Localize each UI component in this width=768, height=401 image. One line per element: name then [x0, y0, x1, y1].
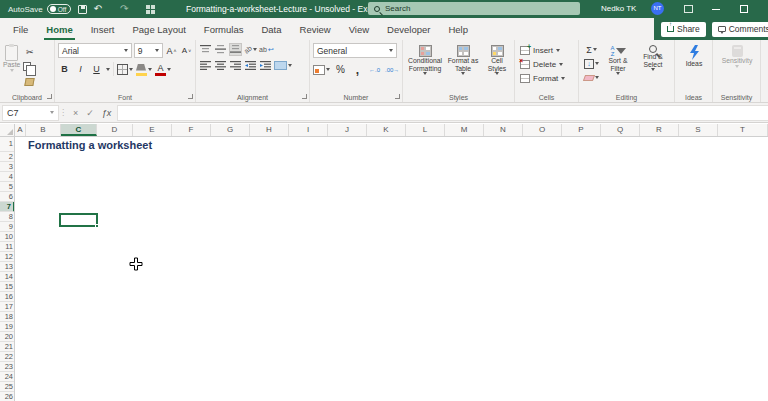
grow-font-button[interactable]: A˄ [165, 44, 178, 57]
select-all-corner[interactable] [0, 124, 15, 136]
row-header-17[interactable]: 17 [0, 302, 15, 312]
share-button[interactable]: Share [661, 22, 706, 37]
increase-indent-button[interactable] [259, 59, 272, 72]
row-header-21[interactable]: 21 [0, 342, 15, 352]
column-header-q[interactable]: Q [601, 124, 640, 136]
enter-button[interactable]: ✓ [86, 108, 94, 118]
top-align-button[interactable] [199, 43, 212, 56]
decrease-indent-button[interactable] [244, 59, 257, 72]
column-header-d[interactable]: D [97, 124, 133, 136]
align-right-button[interactable] [229, 59, 242, 72]
grid-canvas[interactable]: Formatting a worksheet [15, 137, 768, 401]
selected-cell-c7[interactable] [59, 213, 98, 227]
align-left-button[interactable] [199, 59, 212, 72]
column-header-e[interactable]: E [133, 124, 172, 136]
search-box[interactable]: Search [368, 2, 580, 15]
fill-handle[interactable] [95, 224, 99, 228]
font-name-combo[interactable]: Arial [58, 43, 132, 58]
column-header-s[interactable]: S [679, 124, 718, 136]
cut-button[interactable]: ✂ [23, 45, 36, 58]
tab-file[interactable]: File [4, 20, 37, 40]
fill-color-button[interactable] [136, 63, 152, 76]
column-header-f[interactable]: F [172, 124, 211, 136]
number-format-combo[interactable]: General [313, 43, 397, 58]
grid-icon[interactable] [146, 5, 155, 14]
column-header-n[interactable]: N [484, 124, 523, 136]
conditional-formatting-button[interactable]: Conditional Formatting [406, 43, 444, 75]
bold-button[interactable]: B [58, 63, 71, 76]
undo-button[interactable]: ↶ [94, 0, 102, 18]
column-header-t[interactable]: T [718, 124, 768, 136]
format-cells-button[interactable]: Format [520, 71, 576, 85]
row-header-18[interactable]: 18 [0, 312, 15, 322]
autosave-switch[interactable]: Off [47, 4, 71, 14]
clear-button[interactable] [584, 71, 599, 84]
tab-home[interactable]: Home [37, 20, 81, 40]
save-icon[interactable] [78, 5, 87, 14]
cell-styles-button[interactable]: Cell Styles [482, 43, 512, 75]
column-header-a[interactable]: A [15, 124, 26, 136]
tab-formulas[interactable]: Formulas [195, 20, 253, 40]
number-dialog-launcher[interactable] [395, 94, 400, 99]
column-header-i[interactable]: I [289, 124, 328, 136]
column-header-j[interactable]: J [328, 124, 367, 136]
row-header-26[interactable]: 26 [0, 392, 15, 401]
row-header-25[interactable]: 25 [0, 382, 15, 392]
row-header-24[interactable]: 24 [0, 372, 15, 382]
decrease-decimal-button[interactable]: .00→ [385, 63, 399, 76]
accounting-format-button[interactable] [313, 63, 330, 76]
ideas-button[interactable]: Ideas [678, 43, 710, 68]
wrap-text-button[interactable]: ab↩ [259, 43, 274, 56]
sensitivity-button[interactable]: Sensitivity [716, 43, 758, 68]
column-header-h[interactable]: H [250, 124, 289, 136]
formula-input[interactable] [117, 105, 768, 121]
row-header-2[interactable]: 2 [0, 152, 15, 162]
row-header-19[interactable]: 19 [0, 322, 15, 332]
delete-cells-button[interactable]: Delete [520, 57, 576, 71]
percent-button[interactable]: % [334, 63, 347, 76]
column-header-o[interactable]: O [523, 124, 562, 136]
minimize-button[interactable] [712, 9, 720, 10]
tab-developer[interactable]: Developer [378, 20, 439, 40]
fill-button[interactable]: ↓ [584, 57, 599, 70]
row-header-23[interactable]: 23 [0, 362, 15, 372]
row-header-13[interactable]: 13 [0, 262, 15, 272]
row-header-1[interactable]: 1 [0, 137, 15, 152]
column-header-m[interactable]: M [445, 124, 484, 136]
underline-button[interactable]: U [90, 63, 103, 76]
align-center-button[interactable] [214, 59, 227, 72]
insert-cells-button[interactable]: Insert [520, 43, 576, 57]
comma-style-button[interactable]: , [351, 63, 364, 76]
alignment-dialog-launcher[interactable] [302, 94, 307, 99]
italic-button[interactable]: I [74, 63, 87, 76]
bottom-align-button[interactable] [229, 43, 242, 56]
increase-decimal-button[interactable]: ←.0 [368, 63, 381, 76]
row-header-14[interactable]: 14 [0, 272, 15, 282]
row-header-6[interactable]: 6 [0, 192, 15, 202]
tab-help[interactable]: Help [439, 20, 477, 40]
autosum-button[interactable]: Σ [584, 43, 599, 56]
avatar[interactable]: NT [651, 2, 664, 15]
comments-button[interactable]: Comments [712, 22, 768, 37]
redo-button[interactable]: ↷ [120, 0, 128, 18]
maximize-button[interactable] [740, 5, 748, 13]
copy-button[interactable] [23, 60, 36, 73]
sort-filter-button[interactable]: AZ Sort & Filter [602, 43, 634, 84]
name-box[interactable]: C7 [2, 105, 59, 121]
row-header-22[interactable]: 22 [0, 352, 15, 362]
row-header-5[interactable]: 5 [0, 182, 15, 192]
row-header-9[interactable]: 9 [0, 222, 15, 232]
borders-button[interactable] [117, 63, 133, 76]
paste-button[interactable]: Paste [3, 43, 20, 88]
font-size-combo[interactable]: 9 [134, 43, 163, 58]
row-header-10[interactable]: 10 [0, 232, 15, 242]
column-header-k[interactable]: K [367, 124, 406, 136]
orientation-button[interactable]: ab [244, 43, 257, 56]
row-header-7[interactable]: 7 [0, 202, 15, 212]
column-header-c[interactable]: C [61, 124, 97, 136]
underline-chevron-icon[interactable] [106, 68, 110, 71]
format-as-table-button[interactable]: Format as Table [446, 43, 480, 75]
font-color-button[interactable]: A [155, 63, 171, 76]
column-header-p[interactable]: P [562, 124, 601, 136]
insert-function-button[interactable]: ƒx [102, 108, 112, 118]
